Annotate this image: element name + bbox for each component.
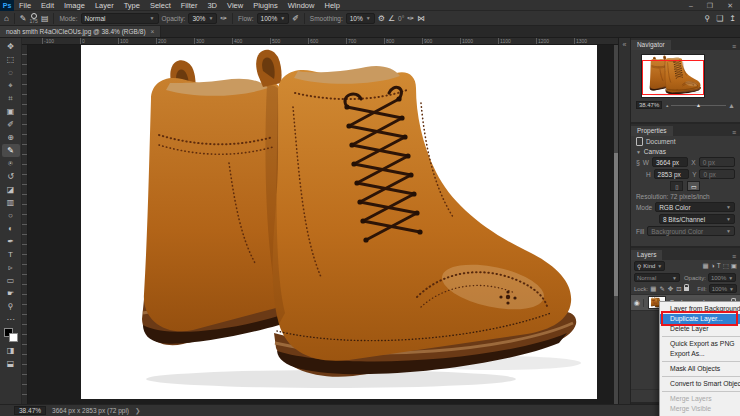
context-menu-item[interactable]: Mask All Objects bbox=[660, 364, 740, 374]
layer-fill-select[interactable]: 100%▼ bbox=[709, 284, 737, 293]
filter-smart-object-icon[interactable]: ▣ bbox=[731, 262, 737, 270]
smoothing-select[interactable]: 10%▼ bbox=[346, 13, 375, 24]
eyedropper-tool[interactable]: ✐ bbox=[2, 118, 20, 131]
history-brush-tool[interactable]: ↺ bbox=[2, 170, 20, 183]
lock-position-icon[interactable]: ✥ bbox=[668, 285, 673, 293]
context-menu-item[interactable]: Merge Layers bbox=[660, 394, 740, 404]
zoom-tool[interactable]: ⚲ bbox=[2, 300, 20, 313]
document-canvas[interactable] bbox=[81, 45, 597, 399]
search-icon[interactable]: ⚲ bbox=[704, 14, 710, 23]
menubar-item[interactable]: File bbox=[14, 0, 36, 11]
gradient-tool[interactable]: ▥ bbox=[2, 196, 20, 209]
navigator-proxy-view[interactable] bbox=[642, 60, 704, 95]
lock-artboard-icon[interactable]: ⊡ bbox=[676, 285, 681, 293]
brush-angle-icon[interactable]: ∠ bbox=[388, 14, 395, 23]
type-tool[interactable]: T bbox=[2, 248, 20, 261]
marquee-tool[interactable]: ⬚ bbox=[2, 53, 20, 66]
blend-mode-select[interactable]: Normal▼ bbox=[634, 273, 680, 282]
slider-thumb[interactable]: ▲ bbox=[696, 102, 701, 108]
clone-stamp-tool[interactable]: ⍟ bbox=[2, 157, 20, 170]
tab-navigator[interactable]: Navigator bbox=[631, 40, 671, 50]
layer-filter-select[interactable]: ⚲ Kind ▼ bbox=[634, 261, 665, 271]
lock-paint-icon[interactable]: ✎ bbox=[659, 285, 664, 293]
context-menu-item[interactable] bbox=[662, 361, 740, 362]
dodge-tool[interactable]: ◐ bbox=[2, 222, 20, 235]
blur-tool[interactable]: ○ bbox=[2, 209, 20, 222]
color-mode-select[interactable]: RGB Color▼ bbox=[655, 202, 735, 212]
minimize-button[interactable]: – bbox=[682, 0, 700, 11]
context-menu-item[interactable]: Layer from Background... bbox=[660, 304, 740, 314]
filter-shape-icon[interactable]: ⬚ bbox=[723, 262, 729, 270]
crop-tool[interactable]: ⌗ bbox=[2, 92, 20, 105]
collapse-panels-icon[interactable]: « bbox=[623, 41, 627, 48]
frame-tool[interactable]: ▣ bbox=[2, 105, 20, 118]
document-tab[interactable]: noah smith R4aOiCleOUs.jpg @ 38.4% (RGB/… bbox=[0, 26, 161, 37]
menubar-item[interactable]: Edit bbox=[36, 0, 59, 11]
screen-mode-button[interactable]: ⬓ bbox=[2, 357, 20, 370]
brush-preset-picker[interactable]: 175 bbox=[30, 13, 38, 24]
brush-tool[interactable]: ✎ bbox=[2, 144, 20, 157]
status-options-icon[interactable]: ❯ bbox=[135, 407, 140, 415]
menubar-item[interactable]: Layer bbox=[90, 0, 119, 11]
pressure-opacity-icon[interactable]: ✑ bbox=[220, 14, 227, 23]
lock-transparency-icon[interactable]: ▦ bbox=[650, 285, 656, 293]
menubar-item[interactable]: View bbox=[222, 0, 248, 11]
object-selection-tool[interactable]: ⌖ bbox=[2, 79, 20, 92]
context-menu-item[interactable]: Delete Layer bbox=[660, 324, 740, 334]
bit-depth-select[interactable]: 8 Bits/Channel▼ bbox=[659, 214, 735, 224]
tab-properties[interactable]: Properties bbox=[631, 126, 673, 136]
menubar-item[interactable]: Help bbox=[319, 0, 344, 11]
workspace-switcher-icon[interactable]: ❏ bbox=[716, 14, 723, 23]
context-menu-item[interactable]: Convert to Smart Object bbox=[660, 379, 740, 389]
slider-track[interactable]: ▲ bbox=[671, 105, 726, 106]
filter-pixel-icon[interactable]: ▦ bbox=[703, 262, 709, 270]
x-field[interactable]: 0 px bbox=[699, 157, 735, 167]
lasso-tool[interactable]: ◌ bbox=[2, 66, 20, 79]
menubar-item[interactable]: Type bbox=[119, 0, 145, 11]
height-field[interactable]: 2853 px bbox=[654, 169, 690, 179]
panel-menu-icon[interactable]: ≡ bbox=[728, 253, 740, 260]
status-zoom-field[interactable]: 38.47% bbox=[14, 406, 46, 415]
close-tab-icon[interactable]: × bbox=[151, 28, 155, 35]
lock-all-icon[interactable] bbox=[684, 287, 689, 291]
zoom-in-icon[interactable]: ▲ bbox=[728, 102, 735, 109]
layer-opacity-select[interactable]: 100%▼ bbox=[708, 273, 736, 282]
portrait-orientation-button[interactable]: ▯ bbox=[670, 181, 683, 191]
eye-icon[interactable]: ◉ bbox=[631, 299, 644, 307]
filter-adjustment-icon[interactable]: ◑ bbox=[711, 262, 715, 270]
mode-select[interactable]: Normal▼ bbox=[81, 13, 159, 24]
navigator-zoom-field[interactable]: 38.47% bbox=[636, 101, 662, 109]
context-menu-item[interactable]: Export As... bbox=[660, 349, 740, 359]
context-menu-item[interactable]: Quick Export as PNG bbox=[660, 339, 740, 349]
filter-type-icon[interactable]: T bbox=[717, 262, 721, 270]
airbrush-icon[interactable]: ✐ bbox=[292, 14, 299, 23]
edit-toolbar-button[interactable]: ⋯ bbox=[2, 313, 20, 326]
width-field[interactable]: 3664 px bbox=[652, 157, 688, 167]
panel-menu-icon[interactable]: ≡ bbox=[728, 43, 740, 50]
brush-tool-icon[interactable]: ✎ bbox=[20, 14, 27, 23]
brush-settings-icon[interactable]: ▤ bbox=[41, 14, 49, 23]
menubar-item[interactable]: Window bbox=[283, 0, 320, 11]
canvas-workspace[interactable]: -100010020030040050060070080090010001100… bbox=[22, 38, 618, 404]
menubar-item[interactable]: 3D bbox=[202, 0, 222, 11]
healing-brush-tool[interactable]: ⊕ bbox=[2, 131, 20, 144]
y-field[interactable]: 0 px bbox=[699, 169, 735, 179]
panel-menu-icon[interactable]: ≡ bbox=[728, 129, 740, 136]
restore-button[interactable]: ❐ bbox=[700, 0, 720, 11]
gear-icon[interactable]: ⚙ bbox=[378, 14, 385, 23]
menubar-item[interactable]: Select bbox=[145, 0, 176, 11]
eraser-tool[interactable]: ◪ bbox=[2, 183, 20, 196]
canvas-fill-select[interactable]: Background Color▼ bbox=[647, 226, 735, 236]
path-selection-tool[interactable]: ▹ bbox=[2, 261, 20, 274]
context-menu-item[interactable]: Merge Visible bbox=[660, 404, 740, 414]
hand-tool[interactable]: ☛ bbox=[2, 287, 20, 300]
pen-tool[interactable]: ✒ bbox=[2, 235, 20, 248]
menubar-item[interactable]: Image bbox=[59, 0, 90, 11]
opacity-select[interactable]: 30%▼ bbox=[188, 13, 217, 24]
context-menu-item[interactable]: Duplicate Layer... bbox=[660, 314, 740, 324]
shape-tool[interactable]: ▭ bbox=[2, 274, 20, 287]
navigator-thumbnail[interactable] bbox=[641, 54, 705, 98]
tab-layers[interactable]: Layers bbox=[631, 250, 663, 260]
home-icon[interactable]: ⌂ bbox=[4, 14, 9, 23]
quick-mask-button[interactable]: ◨ bbox=[2, 344, 20, 357]
